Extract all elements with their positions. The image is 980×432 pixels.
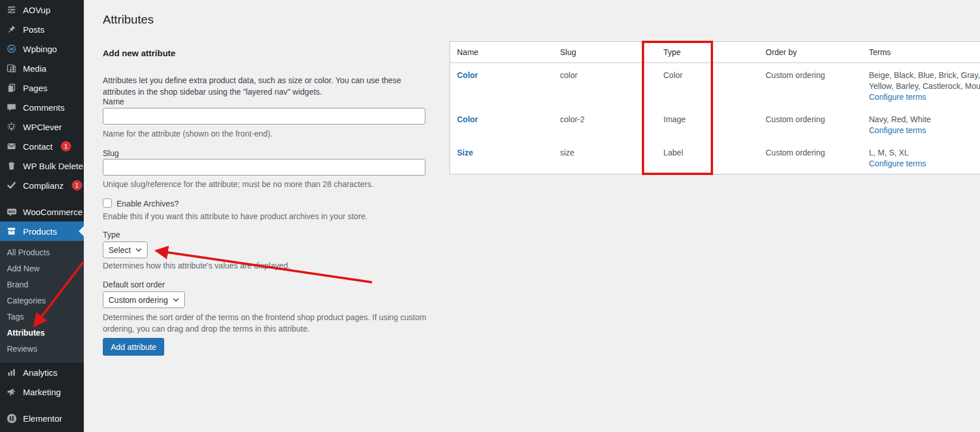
products-submenu: All Products Add New Brand Categories Ta… (0, 241, 84, 363)
bar-chart-icon (6, 367, 17, 378)
sidebar-item-wpclever[interactable]: WPClever (0, 117, 84, 137)
type-select-value: Select (109, 246, 131, 255)
sidebar-item-label: WooCommerce (23, 207, 83, 217)
sidebar-item-label: Products (23, 227, 57, 236)
pages-icon (6, 82, 17, 94)
sidebar-item-media[interactable]: Media (0, 59, 84, 78)
media-icon (6, 63, 17, 74)
sort-order-label: Default sort order (103, 280, 165, 289)
svg-text:W: W (9, 46, 14, 52)
sidebar-item-products[interactable]: Products (0, 221, 84, 241)
attributes-intro-text: Attributes let you define extra product … (103, 75, 430, 98)
terms-text: Navy, Red, White (869, 114, 980, 125)
sidebar-item-wp-bulk-delete[interactable]: WP Bulk Delete (0, 156, 84, 176)
sidebar-item-label: Posts (23, 25, 45, 34)
lightbulb-icon (6, 121, 17, 133)
enable-archives-label: Enable Archives? (117, 199, 179, 208)
attribute-type-cell: Color (657, 63, 759, 108)
attribute-name-link[interactable]: Size (457, 148, 473, 157)
sidebar-item-analytics[interactable]: Analytics (0, 363, 84, 382)
products-box-icon (6, 225, 17, 237)
col-header-slug: Slug (553, 42, 657, 63)
sidebar-item-wpbingo[interactable]: W Wpbingo (0, 39, 84, 59)
attribute-orderby-cell: Custom ordering (759, 141, 862, 174)
attribute-terms-cell: Beige, Black, Blue, Brick, Gray, Gree Ye… (862, 63, 980, 108)
attribute-name-link[interactable]: Color (457, 71, 478, 80)
pin-icon (6, 24, 17, 35)
name-label: Name (103, 97, 124, 106)
terms-text: L, M, S, XL (869, 147, 980, 158)
attribute-slug-cell: color-2 (553, 107, 657, 141)
attribute-terms-cell: Navy, Red, White Configure terms (862, 107, 980, 141)
submenu-item-tags[interactable]: Tags (0, 309, 84, 325)
type-label: Type (103, 230, 120, 239)
type-select[interactable]: Select (103, 242, 148, 258)
attribute-orderby-cell: Custom ordering (759, 107, 862, 141)
default-sort-order-select[interactable]: Custom ordering (103, 291, 185, 308)
add-new-attribute-heading: Add new attribute (103, 48, 176, 58)
attribute-orderby-cell: Custom ordering (759, 63, 862, 108)
slug-help-text: Unique slug/reference for the attribute;… (103, 180, 374, 189)
submenu-item-reviews[interactable]: Reviews (0, 341, 84, 357)
submenu-item-brand[interactable]: Brand (0, 277, 84, 293)
attribute-type-cell: Image (657, 107, 759, 141)
sort-help-text: Determines the sort order of the terms o… (103, 312, 428, 334)
name-input[interactable] (103, 108, 425, 124)
attribute-name-link[interactable]: Color (457, 115, 478, 124)
submenu-item-attributes[interactable]: Attributes (0, 325, 84, 341)
page-title: Attributes (103, 13, 154, 26)
sidebar-item-label: Media (23, 64, 47, 73)
table-row: Color color Color Custom ordering Beige,… (450, 63, 980, 108)
envelope-icon (6, 141, 17, 152)
woocommerce-icon: WOO (6, 206, 17, 217)
sidebar-item-woocommerce[interactable]: WOO WooCommerce (0, 202, 84, 221)
slug-label: Slug (103, 149, 119, 158)
sidebar-item-label: Marketing (23, 387, 61, 397)
sidebar-item-elementor[interactable]: Elementor (0, 408, 84, 428)
comment-icon (6, 102, 17, 113)
type-help-text: Determines how this attribute's values a… (103, 261, 290, 270)
configure-terms-link[interactable]: Configure terms (869, 92, 927, 103)
menu-separator (0, 402, 84, 408)
name-help-text: Name for the attribute (shown on the fro… (103, 129, 273, 138)
main-content: Attributes Add new attribute Attributes … (84, 0, 980, 432)
submenu-item-categories[interactable]: Categories (0, 293, 84, 309)
sidebar-item-label: Elementor (23, 414, 62, 423)
sidebar-item-posts[interactable]: Posts (0, 20, 84, 39)
add-attribute-button[interactable]: Add attribute (103, 338, 164, 356)
col-header-terms: Terms (862, 42, 980, 63)
sidebar-item-contact[interactable]: Contact 1 (0, 137, 84, 156)
table-header-row: Name Slug Type Order by Terms (450, 42, 980, 63)
menu-separator (0, 195, 84, 202)
sidebar-item-label: AOVup (23, 5, 51, 15)
enable-archives-checkbox[interactable] (103, 199, 112, 208)
sidebar-item-comments[interactable]: Comments (0, 98, 84, 117)
terms-text: Yellow, Barley, Castlerock, Mountai (869, 81, 980, 92)
configure-terms-link[interactable]: Configure terms (869, 158, 927, 169)
attribute-terms-cell: L, M, S, XL Configure terms (862, 141, 980, 174)
sidebar-item-label: Complianz (23, 181, 64, 190)
attributes-table: Name Slug Type Order by Terms Color colo… (450, 41, 980, 174)
slug-input[interactable] (103, 159, 425, 176)
configure-terms-link[interactable]: Configure terms (869, 125, 927, 136)
terms-text: Beige, Black, Blue, Brick, Gray, Gree (869, 70, 980, 81)
attribute-slug-cell: color (553, 63, 657, 108)
sidebar-item-pages[interactable]: Pages (0, 78, 84, 98)
sidebar-item-aovup[interactable]: AOVup (0, 0, 84, 20)
contact-count-badge: 1 (61, 141, 71, 151)
submenu-item-add-new[interactable]: Add New (0, 260, 84, 277)
archives-help-text: Enable this if you want this attribute t… (103, 212, 367, 221)
elementor-icon (6, 412, 17, 424)
chevron-down-icon (135, 248, 142, 252)
submenu-item-all-products[interactable]: All Products (0, 244, 84, 260)
sidebar-item-marketing[interactable]: Marketing (0, 382, 84, 402)
sidebar-item-label: Wpbingo (23, 44, 57, 54)
attribute-type-cell: Label (657, 141, 759, 174)
megaphone-icon (6, 386, 17, 398)
sidebar-item-complianz[interactable]: Complianz 1 (0, 176, 84, 195)
table-row: Size size Label Custom ordering L, M, S,… (450, 141, 980, 174)
trash-icon (6, 160, 17, 172)
col-header-order-by: Order by (759, 42, 862, 63)
sliders-icon (6, 4, 17, 15)
admin-sidebar: AOVup Posts W Wpbingo Media Pages Commen… (0, 0, 84, 432)
